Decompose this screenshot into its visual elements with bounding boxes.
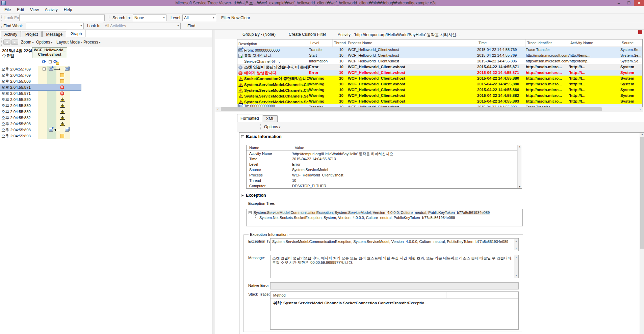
basic-info-row[interactable]: Time2015-04-22 14:04:55.8713 xyxy=(247,156,522,162)
find-button[interactable]: Find xyxy=(187,24,195,28)
column-header-source[interactable]: Source xyxy=(620,39,642,47)
nav-back-button[interactable]: ◄ xyxy=(3,39,10,45)
column-header-trace-identifier[interactable]: Trace Identifier xyxy=(526,39,569,47)
box-scroll-arrows[interactable] xyxy=(514,255,518,278)
tree-root-row[interactable]: System.ServiceModel.CommunicationExcepti… xyxy=(249,211,490,215)
search-in-select[interactable]: None xyxy=(133,15,166,21)
graph-options-menu[interactable]: Options xyxy=(36,40,52,45)
column-header-thread-id[interactable]: Thread ID xyxy=(333,39,346,47)
trace-row[interactable]: System.ServiceModel.Channels.ClientF...W… xyxy=(237,87,642,93)
nav-forward-button[interactable]: ► xyxy=(11,39,18,45)
activity-transfer-icon[interactable] xyxy=(42,59,46,65)
trace-row[interactable]: System.ServiceModel.Channels.Servic...Wa… xyxy=(237,93,642,99)
restore-button[interactable]: ❐ xyxy=(624,0,634,6)
look-for-input[interactable] xyxy=(19,15,105,21)
close-button[interactable]: ✕ xyxy=(634,0,644,6)
graph-row[interactable]: 오후 2:04:55:893 xyxy=(0,121,81,127)
basic-info-row[interactable]: Activity Name'http://tempuri.org/IHelloW… xyxy=(247,151,522,156)
menu-item-edit[interactable]: Edit xyxy=(14,6,27,12)
basic-info-row[interactable]: LevelError xyxy=(247,162,522,167)
activity-message-icon[interactable] xyxy=(53,59,58,65)
filter-now-button[interactable]: Filter Now xyxy=(221,16,239,20)
look-in-select[interactable]: All Activities xyxy=(103,23,181,29)
tab-activity[interactable]: Activity xyxy=(1,31,21,37)
trace-row[interactable]: 동작 경계입니다.Start10WCF_Helloworld_Client.vs… xyxy=(237,53,642,58)
tab-message[interactable]: Message xyxy=(42,31,66,37)
process-column-header[interactable]: WCF_Helloworld_Client.vshost xyxy=(32,47,67,58)
detail-tab-xml[interactable]: XML xyxy=(263,115,278,122)
transfer-target-icon[interactable] xyxy=(65,67,70,71)
graph-row[interactable]: 오후 2:04:55:769 xyxy=(0,66,81,72)
exception-type-box[interactable]: System.ServiceModel.CommunicationExcepti… xyxy=(270,238,519,251)
minimize-button[interactable]: – xyxy=(614,0,624,6)
graph-row[interactable]: 오후 2:04:55:880 xyxy=(0,96,81,103)
transfer-target-icon[interactable] xyxy=(65,128,70,132)
graph-row[interactable]: 오후 2:04:55:769 xyxy=(0,72,81,78)
exception-tree[interactable]: System.ServiceModel.CommunicationExcepti… xyxy=(246,209,523,226)
column-header-description[interactable]: Description xyxy=(237,39,309,47)
trace-row[interactable]: System.ServiceModel.Channels.ClientF...W… xyxy=(237,81,642,87)
transfer-source-icon[interactable] xyxy=(49,67,53,71)
column-header-level[interactable]: Level xyxy=(309,39,333,47)
warning-icon[interactable] xyxy=(60,104,65,108)
level-select[interactable]: All xyxy=(182,15,216,21)
basic-info-scrollbar[interactable] xyxy=(517,145,522,188)
column-header-process-name[interactable]: Process Name xyxy=(346,39,477,47)
graph-row[interactable]: 오후 2:04:55:871 xyxy=(0,84,81,90)
warning-icon[interactable] xyxy=(60,110,65,114)
scrollbar-thumb[interactable] xyxy=(221,107,602,111)
tab-project[interactable]: Project xyxy=(22,31,42,37)
graph-row[interactable]: 오후 2:04:55:882 xyxy=(0,115,81,121)
warning-icon[interactable] xyxy=(60,122,65,126)
column-header-activity-name[interactable]: Activity Name xyxy=(569,39,620,47)
collapse-exception-icon[interactable] xyxy=(241,194,244,197)
scroll-right-arrow[interactable]: › xyxy=(638,107,643,112)
box-scroll-arrows[interactable] xyxy=(514,239,518,250)
zoom-menu[interactable]: Zoom xyxy=(21,40,34,45)
detail-options-menu[interactable]: Options xyxy=(264,124,280,129)
menu-item-view[interactable]: View xyxy=(27,6,42,12)
tree-collapse-icon[interactable] xyxy=(249,211,252,214)
warning-icon[interactable] xyxy=(60,98,65,102)
collapse-box-icon[interactable] xyxy=(49,60,52,63)
activity-icon[interactable] xyxy=(60,134,64,138)
layout-mode-menu[interactable]: Layout Mode - Process xyxy=(56,40,100,45)
error-icon[interactable] xyxy=(60,85,64,89)
group-by-menu[interactable]: Group By - (None) xyxy=(242,32,276,37)
graph-row[interactable]: 오후 2:04:55:880 xyxy=(0,103,81,109)
tree-child-row[interactable]: System.Net.Sockets.SocketException, Syst… xyxy=(254,216,455,220)
detail-vertical-scrollbar[interactable] xyxy=(640,133,644,334)
transfer-source-icon[interactable] xyxy=(49,128,53,132)
graph-row[interactable]: 오후 2:04:55:893 xyxy=(0,127,81,133)
trace-row[interactable]: From: 000000000000Transfer10WCF_Hellowor… xyxy=(237,47,642,53)
basic-info-row[interactable]: ProcessWCF_Helloworld_Client.vshost xyxy=(247,172,522,178)
trace-row[interactable]: SocketConnection이 중단되었습니다.Warning10WCF_H… xyxy=(237,76,642,81)
message-box[interactable]: 소켓 연결이 중단되었습니다. 메시지 처리 오류 또는 원격 호스트에 의한 … xyxy=(270,255,519,278)
graph-row[interactable]: 오후 2:04:55:806 xyxy=(0,78,81,84)
trace-row[interactable]: ServiceChannel 정보.Information10WCF_Hello… xyxy=(237,58,642,64)
scroll-left-arrow[interactable]: ‹ xyxy=(215,107,221,112)
basic-info-table[interactable]: Name Value Activity Name'http://tempuri.… xyxy=(246,145,522,189)
activity-icon[interactable] xyxy=(60,73,64,77)
horizontal-scrollbar[interactable]: ‹ › xyxy=(215,107,643,112)
collapse-box-icon[interactable] xyxy=(43,67,46,71)
column-header-time[interactable]: Time xyxy=(477,39,526,47)
menu-item-file[interactable]: File xyxy=(1,6,14,12)
trace-row[interactable]: 예외가 발생합니다.Error10WCF_Helloworld_Client.v… xyxy=(237,70,642,76)
scrollbar-thumb[interactable] xyxy=(640,137,644,249)
clear-button[interactable]: Clear xyxy=(240,16,250,20)
create-custom-filter-button[interactable]: Create Custom Filter xyxy=(289,32,326,37)
tab-graph[interactable]: Graph xyxy=(67,30,85,37)
basic-info-row[interactable]: ComputerDESKTOP_ELTHER xyxy=(247,183,522,189)
graph-row[interactable]: 오후 2:04:55:871 xyxy=(0,90,81,96)
menu-item-help[interactable]: Help xyxy=(61,6,75,12)
find-what-input[interactable] xyxy=(26,23,84,29)
native-error-code-box[interactable] xyxy=(270,282,519,289)
collapse-basic-info-icon[interactable] xyxy=(241,135,244,138)
trace-row[interactable]: 소켓 연결이 중단되었습니다. 이 문제는 메...Error10WCF_Hel… xyxy=(237,64,642,70)
trace-row[interactable]: System.ServiceModel.Channels.Servic...Wa… xyxy=(237,99,642,104)
stack-trace-box[interactable]: Method 위치: System.ServiceModel.Channels.… xyxy=(270,291,519,330)
basic-info-row[interactable]: SourceSystem.ServiceModel xyxy=(247,167,522,172)
basic-info-row[interactable]: Thread10 xyxy=(247,178,522,183)
error-icon[interactable] xyxy=(60,91,64,95)
